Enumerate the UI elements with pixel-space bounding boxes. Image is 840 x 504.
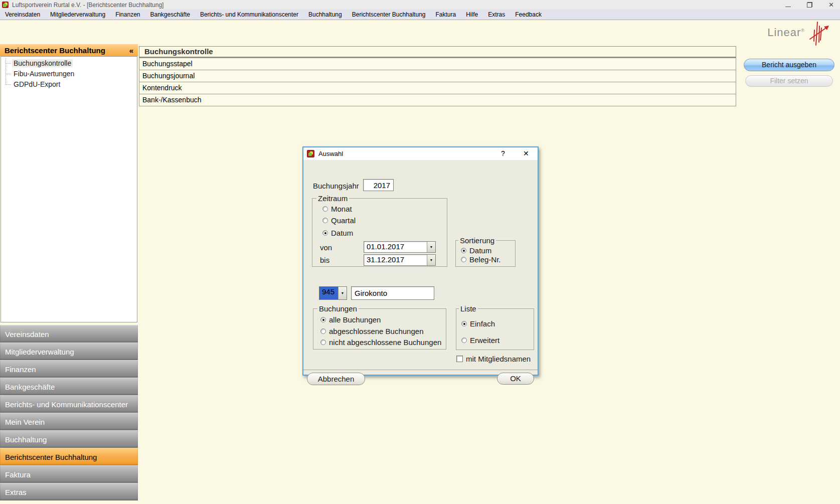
menu-item-extras[interactable]: Extras <box>483 10 510 20</box>
menu-bar: Vereinsdaten Mitgliederverwaltung Finanz… <box>0 10 840 20</box>
title-bar: Luftsportverein Rurtal e.V. - [Berichtsc… <box>0 0 840 10</box>
menu-item-buchhaltung[interactable]: Buchhaltung <box>303 10 347 20</box>
radio-option-alle-buchungen[interactable]: alle Buchungen <box>320 315 381 323</box>
nav-item-extras[interactable]: Extras <box>0 483 138 500</box>
radio-button <box>461 248 466 253</box>
page-title: Buchungskontrolle <box>139 46 736 58</box>
buchungsjahr-input[interactable] <box>363 179 394 191</box>
radio-option-abgeschlossene-buchungen[interactable]: abgeschlossene Buchungen <box>320 327 423 335</box>
radio-option-datum[interactable]: Datum <box>322 229 353 237</box>
menu-item-finanzen[interactable]: Finanzen <box>110 10 145 20</box>
dialog-help-button[interactable]: ? <box>501 149 505 157</box>
radio-option-sort-datum[interactable]: Datum <box>461 246 491 254</box>
auswahl-dialog: Auswahl ? ✕ Buchungsjahr Zeitraum Monat … <box>302 146 539 376</box>
bis-label: bis <box>320 256 329 264</box>
abbrechen-button[interactable]: Abbrechen <box>307 373 365 385</box>
nav-item-mitgliederverwaltung[interactable]: Mitgliederverwaltung <box>0 343 138 360</box>
list-item-buchungsstapel[interactable]: Buchungsstapel <box>139 58 736 70</box>
radio-button <box>322 230 328 236</box>
dialog-separator <box>303 370 538 370</box>
dialog-body: Buchungsjahr Zeitraum Monat Quartal Datu… <box>303 160 538 375</box>
sidebar-title: Berichtscenter Buchhaltung <box>5 46 105 55</box>
ok-button[interactable]: OK <box>497 373 534 385</box>
dialog-title-bar: Auswahl ? ✕ <box>303 147 538 160</box>
radio-option-erweitert[interactable]: Erweitert <box>461 336 499 344</box>
dialog-close-icon[interactable]: ✕ <box>523 149 529 157</box>
sidebar-header: Berichtscenter Buchhaltung « <box>0 44 138 56</box>
menu-item-feedback[interactable]: Feedback <box>510 10 547 20</box>
radio-button <box>320 317 326 322</box>
nav-item-faktura[interactable]: Faktura <box>0 465 138 483</box>
radio-option-quartal[interactable]: Quartal <box>322 216 356 224</box>
von-date-select[interactable]: 01.01.2017 ▼ <box>364 241 436 253</box>
liste-group: Liste Einfach Erweitert <box>456 308 534 350</box>
menu-item-mitgliederverwaltung[interactable]: Mitgliederverwaltung <box>45 10 110 20</box>
checkbox-icon <box>456 356 463 362</box>
menu-item-berichtscenter-buchhaltung[interactable]: Berichtscenter Buchhaltung <box>347 10 431 20</box>
zeitraum-group: Zeitraum Monat Quartal Datum von 01.01.2… <box>312 198 447 267</box>
window-title: Luftsportverein Rurtal e.V. - [Berichtsc… <box>12 2 163 9</box>
buchungsjahr-label: Buchungsjahr <box>313 182 359 190</box>
brand-name: Linear <box>767 26 801 39</box>
radio-option-beleg-nr[interactable]: Beleg-Nr. <box>461 255 501 263</box>
nav-item-buchhaltung[interactable]: Buchhaltung <box>0 430 138 448</box>
tree-item-gdpdu-export[interactable]: GDPdU-Export <box>1 79 137 90</box>
menu-item-hilfe[interactable]: Hilfe <box>461 10 483 20</box>
radio-button <box>461 257 466 262</box>
sidebar-tree: Buchungskontrolle Fibu-Auswertungen GDPd… <box>1 56 137 322</box>
tree-item-fibu-auswertungen[interactable]: Fibu-Auswertungen <box>1 69 137 79</box>
tree-item-buchungskontrolle[interactable]: Buchungskontrolle <box>1 58 137 69</box>
buchungen-group-label: Buchungen <box>317 304 359 313</box>
chevron-down-icon[interactable]: ▼ <box>338 287 347 299</box>
menu-item-vereinsdaten[interactable]: Vereinsdaten <box>0 10 45 20</box>
sidebar-nav: Vereinsdaten Mitgliederverwaltung Finanz… <box>0 325 138 500</box>
list-item-bank-kassenbuch[interactable]: Bank-/Kassenbuch <box>139 94 736 106</box>
radio-button <box>320 340 326 345</box>
nav-item-berichts-und-kommunikationscenter[interactable]: Berichts- und Kommunikationscenter <box>0 395 138 413</box>
buchungen-group: Buchungen alle Buchungen abgeschlossene … <box>313 308 446 350</box>
nav-item-mein-verein[interactable]: Mein Verein <box>0 413 138 430</box>
app-logo-icon <box>2 2 9 8</box>
linear-logo: Linear® <box>767 20 833 49</box>
liste-group-label: Liste <box>459 304 478 313</box>
sortierung-group: Sortierung Datum Beleg-Nr. <box>455 240 516 267</box>
menu-item-bankgeschaefte[interactable]: Bankgeschäfte <box>145 10 195 20</box>
radio-button <box>322 218 328 223</box>
linear-logo-arrow-icon <box>804 20 833 49</box>
bis-date-select[interactable]: 31.12.2017 ▼ <box>364 254 436 266</box>
nav-item-berichtscenter-buchhaltung[interactable]: Berichtscenter Buchhaltung <box>0 448 138 465</box>
bericht-ausgeben-button[interactable]: Bericht ausgeben <box>744 59 834 71</box>
dialog-title: Auswahl <box>318 150 343 157</box>
radio-button <box>461 338 467 343</box>
konto-name-input[interactable] <box>351 286 434 300</box>
menu-item-berichts-und-kommunikationscenter[interactable]: Berichts- und Kommunikationscenter <box>195 10 303 20</box>
radio-option-einfach[interactable]: Einfach <box>461 319 495 327</box>
dialog-app-icon <box>307 150 314 157</box>
window-controls: ✕ <box>785 0 834 10</box>
sortierung-group-label: Sortierung <box>458 236 496 245</box>
menu-item-faktura[interactable]: Faktura <box>430 10 461 20</box>
radio-option-monat[interactable]: Monat <box>322 205 352 213</box>
list-item-buchungsjournal[interactable]: Buchungsjournal <box>139 70 736 82</box>
collapse-sidebar-button[interactable]: « <box>129 46 133 55</box>
radio-button <box>320 328 326 334</box>
radio-option-nicht-abgeschlossene-buchungen[interactable]: nicht abgeschlossene Buchungen <box>320 338 441 346</box>
list-item-kontendruck[interactable]: Kontendruck <box>139 82 736 94</box>
nav-item-finanzen[interactable]: Finanzen <box>0 360 138 378</box>
minimize-icon[interactable] <box>785 7 791 7</box>
nav-item-bankgeschaefte[interactable]: Bankgeschäfte <box>0 378 138 395</box>
restore-icon[interactable] <box>807 2 812 8</box>
zeitraum-group-label: Zeitraum <box>316 194 349 203</box>
filter-setzen-button[interactable]: Filter setzen <box>745 75 833 87</box>
chevron-down-icon[interactable]: ▼ <box>427 255 435 265</box>
close-icon[interactable]: ✕ <box>828 0 834 10</box>
konto-number-combo[interactable]: 945 ▼ <box>319 286 347 300</box>
report-list: Buchungsstapel Buchungsjournal Kontendru… <box>139 58 736 106</box>
mit-mitgliedsnamen-checkbox[interactable]: mit Mitgliedsnamen <box>456 355 531 363</box>
chevron-down-icon[interactable]: ▼ <box>427 242 435 252</box>
nav-item-vereinsdaten[interactable]: Vereinsdaten <box>0 325 138 343</box>
von-label: von <box>320 243 332 252</box>
radio-button <box>461 321 467 326</box>
radio-button <box>322 206 328 212</box>
